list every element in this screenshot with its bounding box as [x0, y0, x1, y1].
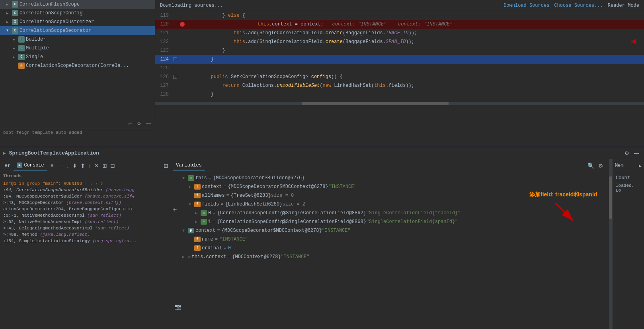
fold-col[interactable]: -	[172, 72, 178, 81]
expand-arrow: ▶	[6, 20, 12, 24]
fold-col	[172, 64, 178, 72]
tab-variables[interactable]: Variables	[173, 161, 205, 170]
grid-btn[interactable]: ⊟	[109, 162, 116, 170]
tree-item-label: CorrelationScopeConfig	[20, 10, 82, 16]
var-allnames[interactable]: ▶ f allNames = {TreeSet@6283} size = 0	[181, 191, 609, 200]
var-val-str: "INSTANCE"	[219, 237, 248, 242]
var-fields[interactable]: ▼ f fields = {LinkedHashSet@6280} size =…	[181, 200, 609, 209]
thread-item-8[interactable]: >:43, DelegatingMethodAccessorImpl (sun.…	[0, 225, 171, 231]
down-btn[interactable]: ↓	[66, 162, 70, 170]
fold-col	[172, 81, 178, 90]
thread-item-9[interactable]: >:498, Method (java.lang.reflect)	[0, 231, 171, 238]
thread-item-3[interactable]: :84, MDCScopeDecorator$Builder (brave.co…	[0, 193, 171, 200]
thread-toolbar: ↑ ↓ ⬇ ⬆ ↑ ✕ ⊞ ⊟	[60, 162, 116, 170]
fold-col[interactable]: -	[172, 55, 178, 64]
tree-item-decorator[interactable]: ▼ C CorrelationScopeDecorator	[0, 26, 155, 35]
var-this-context[interactable]: ▶ ∞ this.context = {MDCContext@6278} "IN…	[181, 253, 609, 261]
var-val-str: "SingleCorrelationField{spanId}"	[366, 219, 458, 225]
loaded-label: loaded. Lo	[614, 182, 642, 194]
vars-settings-btn[interactable]: ⚙	[597, 162, 604, 170]
tree-item-single[interactable]: ▶ C Single	[0, 53, 155, 61]
expand-arrow: ▶	[13, 55, 18, 59]
bp-col	[178, 72, 186, 81]
minimize-button[interactable]: —	[632, 149, 641, 157]
var-context-p[interactable]: ▼ p context = {MDCScopeDecorator$MDCCont…	[181, 226, 609, 235]
download-btn[interactable]: ⬇	[72, 162, 78, 170]
thread-item-1[interactable]: in"@1 in group "main": RUNNING ↑ ↓ ▾ ❯	[0, 180, 171, 187]
thread-class2: (brave.context.slf4	[85, 194, 135, 199]
red-arrow-indicator: ◀	[631, 37, 636, 46]
var-val-str: "INSTANCE"	[281, 254, 310, 260]
reader-mode-btn[interactable]: Reader Mode	[608, 3, 639, 8]
mem-label: Mem	[615, 163, 624, 168]
var-val: {CorrelationScopeConfig$SingleCorrelatio…	[217, 219, 366, 225]
tree-item-flush[interactable]: ▶ C CorrelationFlushScope	[0, 0, 155, 9]
var-name: 1	[208, 219, 211, 225]
thread-class9: (org.springfra...	[92, 239, 137, 243]
vars-scrollbar[interactable]	[609, 159, 612, 329]
tab-er[interactable]: er	[2, 161, 14, 170]
horizontal-scrollbar[interactable]	[155, 102, 644, 105]
thread-item-6[interactable]: :0:-1, NativeMethodAccessorImpl (sun.ref…	[0, 212, 171, 219]
breakpoint-indicator[interactable]	[180, 22, 185, 27]
vars-tab-label: Variables	[176, 163, 202, 168]
var-icon-list: ≡	[201, 210, 207, 216]
download-sources-link[interactable]: Download Sources	[503, 3, 549, 8]
var-eq: =	[215, 237, 218, 242]
settings-btn[interactable]: ⚙	[136, 120, 142, 127]
tree-item-label: Builder	[26, 37, 46, 42]
search-btn[interactable]: 🔍	[587, 162, 595, 170]
thread-class5: (sun.reflect)	[87, 213, 121, 218]
thread-item-2[interactable]: :84, CorrelationScopeDecorator$Builder (…	[0, 187, 171, 193]
camera-btn[interactable]: 📷	[173, 303, 183, 311]
var-field-1[interactable]: ▶ ≡ 1 = {CorrelationScopeConfig$SingleCo…	[181, 217, 609, 226]
bottom-panels: er ▶ Console ≡ ↑ ↓ ⬇ ⬆ ↑	[0, 159, 644, 329]
thread-item-10[interactable]: :154, SimplelnstantiationStrategy (org.s…	[0, 238, 171, 244]
var-this[interactable]: ▼ ≡ this = {MDCScopeDecorator$Builder@62…	[181, 174, 609, 182]
class-icon: C	[18, 54, 25, 60]
thread-item-5[interactable]: ationScopeDecorator:204, BraveBaggageCon…	[0, 206, 171, 212]
tree-item-multiple[interactable]: ▶ C Multiple	[0, 44, 155, 53]
cross-btn[interactable]: ✕	[94, 162, 100, 170]
var-eq: =	[217, 228, 220, 233]
var-eq: =	[228, 254, 230, 260]
tree-item-label: Single	[26, 54, 43, 60]
expand-right-btn[interactable]: ▸	[639, 163, 642, 169]
expand-icon: ▼	[182, 176, 188, 180]
upload-btn[interactable]: ⬆	[80, 162, 86, 170]
tree-item-builder[interactable]: ▶ C Builder	[0, 35, 155, 44]
expand-icon: ▶	[182, 255, 188, 259]
filter-btn[interactable]: ⊞	[101, 162, 108, 170]
tree-item-decorator-fn[interactable]: ▶ m CorrelationScopeDecorator(Correla...	[0, 61, 155, 70]
choose-sources-link[interactable]: Choose Sources...	[554, 3, 603, 8]
tree-item-config[interactable]: ▶ C CorrelationScopeConfig	[0, 9, 155, 18]
expand-arrow: ▶	[13, 46, 18, 51]
fold-button[interactable]: -	[173, 57, 177, 61]
var-name: 0	[208, 210, 211, 216]
var-field-0[interactable]: ▶ ≡ 0 = {CorrelationScopeConfig$SingleCo…	[181, 209, 609, 217]
thread-item-4[interactable]: >:43, MDCScopeDecorator (brave.context.s…	[0, 200, 171, 206]
tree-item-customizer[interactable]: ▶ I CorrelationScopeCustomizer	[0, 18, 155, 26]
settings-button[interactable]: ⚙	[623, 149, 631, 157]
code-line-125: 125	[155, 64, 644, 72]
var-ordinal[interactable]: ▶ f ordinal = 0	[181, 244, 609, 253]
up-btn[interactable]: ↑	[60, 162, 64, 170]
panel-tabs: er ▶ Console ≡ ↑ ↓ ⬇ ⬆ ↑	[0, 159, 171, 172]
var-val: {CorrelationScopeConfig$SingleCorrelatio…	[217, 210, 366, 216]
tab-lines[interactable]: ≡	[47, 161, 57, 170]
tab-console[interactable]: ▶ Console	[14, 161, 47, 170]
var-context[interactable]: ▶ f context = {MDCScopeDecorator$MDCCont…	[181, 182, 609, 191]
balance-btn[interactable]: ⇌	[127, 120, 133, 127]
up2-btn[interactable]: ↑	[88, 162, 92, 170]
thread-item-7[interactable]: >:62, NativeMethodAccessorImpl (sun.refl…	[0, 219, 171, 225]
line-num: 122	[155, 37, 172, 46]
add-watch-btn[interactable]: +	[173, 176, 177, 244]
var-name-field[interactable]: ▶ f name = "INSTANCE"	[181, 235, 609, 244]
tab-er-label: er	[5, 163, 10, 168]
fold-col	[172, 29, 178, 37]
fold-button[interactable]: -	[173, 75, 177, 79]
code-line-120: 120 this.context = context; context: "IN…	[155, 20, 644, 29]
collapse-btn[interactable]: —	[145, 120, 152, 127]
code-content: public Set<CorrelationScopeConfig> confi…	[186, 72, 644, 81]
expand-panel-btn[interactable]: ⊞	[163, 162, 169, 170]
